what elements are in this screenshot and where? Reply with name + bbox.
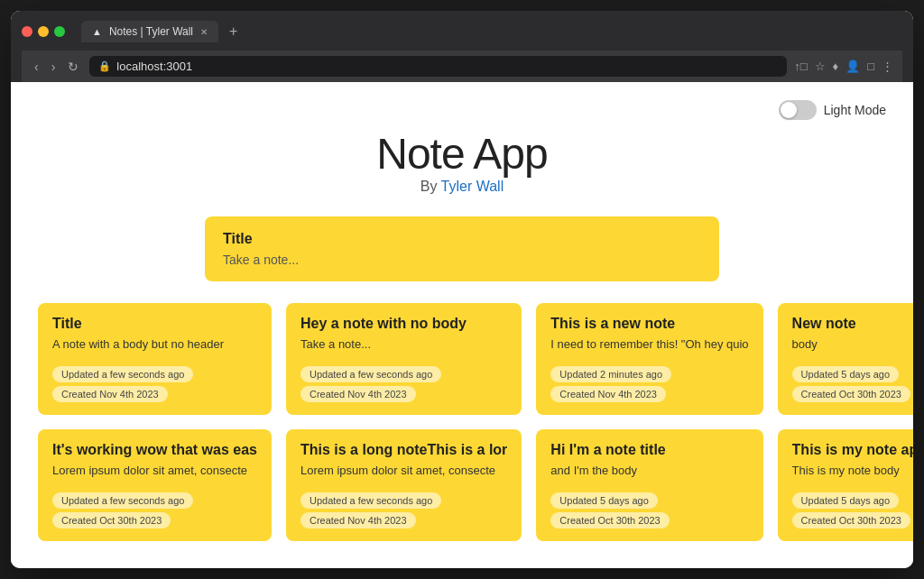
tab-bar: ▲ Notes | Tyler Wall ✕ + bbox=[81, 20, 245, 43]
window-button[interactable]: □ bbox=[867, 60, 874, 73]
note-card-body: Lorem ipsum dolor sit amet, consecte bbox=[52, 464, 257, 480]
lock-icon: 🔒 bbox=[98, 60, 111, 72]
note-card-title: This is a new note bbox=[550, 316, 748, 332]
note-created-badge: Created Nov 4th 2023 bbox=[300, 386, 416, 402]
light-mode-toggle[interactable] bbox=[779, 100, 817, 120]
app-header: Note App By Tyler Wall bbox=[38, 129, 886, 195]
note-card-meta: Updated 5 days ago Created Oct 30th 2023 bbox=[792, 492, 913, 528]
light-mode-label: Light Mode bbox=[824, 103, 886, 117]
note-card-title: Title bbox=[52, 316, 257, 332]
note-card[interactable]: Hey a note with no body Take a note... U… bbox=[286, 303, 522, 415]
page-content: Light Mode Note App By Tyler Wall Title … bbox=[11, 82, 913, 568]
note-input-placeholder: Take a note... bbox=[223, 253, 701, 267]
bookmark-button[interactable]: ☆ bbox=[815, 60, 826, 73]
browser-chrome: ▲ Notes | Tyler Wall ✕ + ‹ › ↻ 🔒 localho… bbox=[11, 11, 913, 82]
address-bar[interactable]: 🔒 localhost:3001 bbox=[89, 56, 787, 77]
note-updated-badge: Updated a few seconds ago bbox=[52, 492, 193, 509]
note-card-title: It's working wow that was eas bbox=[52, 442, 257, 458]
note-card-meta: Updated a few seconds ago Created Nov 4t… bbox=[300, 366, 507, 402]
app-subtitle: By Tyler Wall bbox=[38, 179, 886, 195]
note-card[interactable]: New note body Updated 5 days ago Created… bbox=[778, 303, 913, 415]
note-card[interactable]: This is my note app hello This is my not… bbox=[778, 429, 913, 541]
note-card[interactable]: This is a new note I need to remember th… bbox=[536, 303, 762, 415]
note-updated-badge: Updated 5 days ago bbox=[550, 492, 657, 509]
author-link[interactable]: Tyler Wall bbox=[441, 179, 504, 194]
note-card-title: Hey a note with no body bbox=[300, 316, 507, 332]
note-updated-badge: Updated a few seconds ago bbox=[300, 492, 441, 509]
note-card-meta: Updated 2 minutes ago Created Nov 4th 20… bbox=[550, 366, 748, 402]
note-card-body: and I'm the body bbox=[550, 464, 748, 480]
note-card-body: This is my note body bbox=[792, 464, 913, 480]
note-card[interactable]: It's working wow that was eas Lorem ipsu… bbox=[38, 429, 272, 541]
note-updated-badge: Updated 2 minutes ago bbox=[550, 366, 671, 382]
note-created-badge: Created Oct 30th 2023 bbox=[52, 512, 171, 528]
menu-button[interactable]: ⋮ bbox=[882, 60, 893, 73]
profile-button[interactable]: 👤 bbox=[845, 60, 860, 73]
note-card-body: Lorem ipsum dolor sit amet, consecte bbox=[300, 464, 507, 480]
toolbar-actions: ↑□ ☆ ♦ 👤 □ ⋮ bbox=[794, 60, 893, 73]
back-button[interactable]: ‹ bbox=[31, 58, 42, 76]
note-created-badge: Created Nov 4th 2023 bbox=[550, 386, 666, 402]
top-bar: Light Mode bbox=[38, 100, 886, 120]
extension-button[interactable]: ♦ bbox=[833, 60, 839, 73]
note-card-body: body bbox=[792, 337, 913, 354]
address-text: localhost:3001 bbox=[116, 60, 192, 73]
browser-titlebar: ▲ Notes | Tyler Wall ✕ + bbox=[22, 20, 902, 51]
note-card[interactable]: Title A note with a body but no header U… bbox=[38, 303, 272, 415]
note-updated-badge: Updated 5 days ago bbox=[792, 366, 899, 382]
note-card-meta: Updated 5 days ago Created Oct 30th 2023 bbox=[550, 492, 748, 528]
note-card-body: Take a note... bbox=[300, 337, 507, 354]
notes-grid: Title A note with a body but no header U… bbox=[38, 303, 886, 541]
note-created-badge: Created Nov 4th 2023 bbox=[300, 512, 416, 528]
note-card-meta: Updated a few seconds ago Created Nov 4t… bbox=[300, 492, 507, 528]
tab-close-button[interactable]: ✕ bbox=[200, 27, 208, 37]
note-updated-badge: Updated a few seconds ago bbox=[300, 366, 441, 382]
traffic-light-green[interactable] bbox=[54, 26, 65, 37]
note-created-badge: Created Oct 30th 2023 bbox=[550, 512, 669, 528]
traffic-light-red[interactable] bbox=[22, 26, 32, 37]
toggle-knob bbox=[781, 102, 797, 118]
browser-window: ▲ Notes | Tyler Wall ✕ + ‹ › ↻ 🔒 localho… bbox=[11, 11, 913, 568]
app-title: Note App bbox=[38, 129, 886, 179]
note-created-badge: Created Oct 30th 2023 bbox=[792, 386, 910, 402]
note-card-title: This is a long noteThis is a lor bbox=[300, 442, 507, 458]
note-created-badge: Created Nov 4th 2023 bbox=[52, 386, 168, 402]
note-card[interactable]: Hi I'm a note title and I'm the body Upd… bbox=[536, 429, 762, 541]
reload-button[interactable]: ↻ bbox=[64, 58, 82, 76]
note-card-body: A note with a body but no header bbox=[52, 337, 257, 354]
note-input-area[interactable]: Title Take a note... bbox=[205, 216, 719, 281]
note-created-badge: Created Oct 30th 2023 bbox=[792, 512, 910, 528]
note-card-meta: Updated a few seconds ago Created Oct 30… bbox=[52, 492, 257, 528]
share-button[interactable]: ↑□ bbox=[794, 60, 807, 73]
nav-buttons: ‹ › ↻ bbox=[31, 58, 82, 76]
traffic-lights bbox=[22, 26, 65, 37]
note-card[interactable]: This is a long noteThis is a lor Lorem i… bbox=[286, 429, 522, 541]
new-tab-button[interactable]: + bbox=[222, 20, 245, 43]
note-card-body: I need to remember this! "Oh hey quio bbox=[550, 337, 748, 354]
browser-tab[interactable]: ▲ Notes | Tyler Wall ✕ bbox=[81, 21, 218, 42]
tab-title: Notes | Tyler Wall bbox=[109, 25, 193, 38]
note-card-title: Hi I'm a note title bbox=[550, 442, 748, 458]
note-updated-badge: Updated 5 days ago bbox=[792, 492, 899, 509]
tab-favicon: ▲ bbox=[92, 26, 102, 37]
traffic-light-yellow[interactable] bbox=[38, 26, 49, 37]
note-card-meta: Updated 5 days ago Created Oct 30th 2023 bbox=[792, 366, 913, 402]
browser-toolbar: ‹ › ↻ 🔒 localhost:3001 ↑□ ☆ ♦ 👤 □ ⋮ bbox=[22, 51, 902, 82]
note-card-title: New note bbox=[792, 316, 913, 332]
note-updated-badge: Updated a few seconds ago bbox=[52, 366, 193, 382]
forward-button[interactable]: › bbox=[48, 58, 60, 76]
subtitle-prefix: By bbox=[420, 179, 441, 194]
note-card-meta: Updated a few seconds ago Created Nov 4t… bbox=[52, 366, 257, 402]
note-input-title: Title bbox=[223, 231, 701, 247]
note-card-title: This is my note app hello bbox=[792, 442, 913, 458]
